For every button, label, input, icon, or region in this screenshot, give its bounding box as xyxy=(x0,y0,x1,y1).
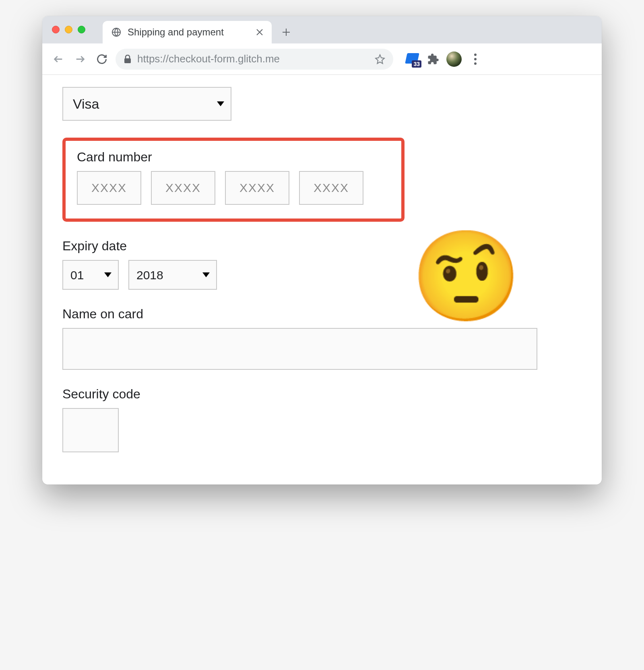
security-code-input[interactable] xyxy=(62,408,119,452)
bookmark-star-icon[interactable] xyxy=(375,54,385,64)
svg-rect-1 xyxy=(124,58,131,63)
browser-tab[interactable]: Shipping and payment xyxy=(103,21,272,43)
back-button[interactable] xyxy=(50,51,66,67)
lock-icon xyxy=(124,55,132,64)
extensions-icon[interactable] xyxy=(427,53,439,65)
raised-eyebrow-emoji: 🤨 xyxy=(411,232,521,320)
window-titlebar: Shipping and payment xyxy=(42,16,602,43)
expiry-month-select[interactable]: 01 xyxy=(62,260,119,290)
address-bar[interactable]: https://checkout-form.glitch.me xyxy=(116,49,393,70)
security-code-label: Security code xyxy=(62,387,582,402)
page-content: Visa Card number 🤨 Expiry date 01 xyxy=(42,75,602,484)
card-number-highlight: Card number xyxy=(62,138,405,222)
card-number-label: Card number xyxy=(77,150,390,165)
card-type-select[interactable]: Visa xyxy=(62,87,231,121)
new-tab-button[interactable] xyxy=(277,23,295,41)
card-type-group: Visa xyxy=(62,87,582,121)
extensions-group: 33 xyxy=(406,52,482,67)
card-number-segment-4[interactable] xyxy=(299,171,363,205)
reload-button[interactable] xyxy=(94,51,110,67)
browser-menu-button[interactable] xyxy=(469,54,482,65)
browser-toolbar: https://checkout-form.glitch.me 33 xyxy=(42,43,602,75)
profile-avatar[interactable] xyxy=(446,52,462,67)
card-number-segments xyxy=(77,171,390,205)
url-text: https://checkout-form.glitch.me xyxy=(137,53,369,65)
traffic-lights xyxy=(52,26,85,33)
browser-window: Shipping and payment https://checkout-fo… xyxy=(42,16,602,484)
name-on-card-input[interactable] xyxy=(62,328,537,370)
card-number-segment-2[interactable] xyxy=(151,171,215,205)
maximize-window-button[interactable] xyxy=(78,26,85,33)
card-number-segment-3[interactable] xyxy=(225,171,289,205)
tab-title: Shipping and payment xyxy=(128,27,248,38)
minimize-window-button[interactable] xyxy=(65,26,72,33)
globe-icon xyxy=(111,27,121,37)
expiry-year-select[interactable]: 2018 xyxy=(128,260,217,290)
card-number-group: Card number xyxy=(62,138,582,222)
close-window-button[interactable] xyxy=(52,26,60,33)
close-tab-icon[interactable] xyxy=(255,27,264,37)
forward-button[interactable] xyxy=(72,51,88,67)
extension-badge-count: 33 xyxy=(412,60,421,68)
card-number-segment-1[interactable] xyxy=(77,171,141,205)
security-code-group: Security code xyxy=(62,387,582,452)
extension-css-badge[interactable]: 33 xyxy=(406,52,420,66)
